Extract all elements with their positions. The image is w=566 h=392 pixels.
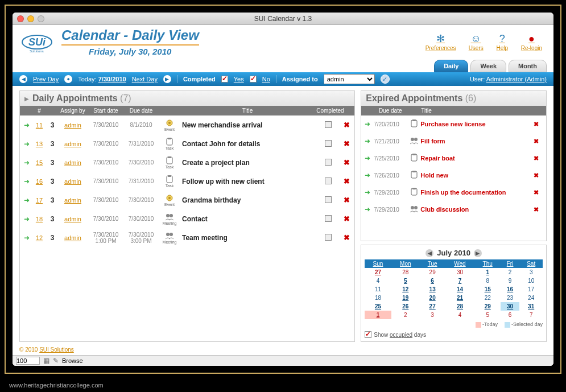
delete-button[interactable]: ✖	[534, 189, 543, 196]
row-id-link[interactable]: 18	[36, 216, 43, 222]
cal-day[interactable]: 14	[445, 285, 474, 294]
tab-week[interactable]: Week	[470, 60, 506, 72]
cal-day[interactable]: 7	[445, 277, 474, 285]
completed-no[interactable]: No	[262, 76, 270, 82]
window-minimize-button[interactable]	[27, 15, 34, 22]
cal-day[interactable]: 5	[475, 311, 501, 319]
assigned-select[interactable]: admin	[324, 74, 375, 84]
daily-row[interactable]: ➜133admin7/30/20107/31/2010TaskContact J…	[20, 134, 354, 153]
cal-prev-icon[interactable]: ◀	[425, 249, 433, 257]
delete-button[interactable]: ✖	[534, 138, 543, 145]
cal-day[interactable]: 24	[519, 294, 543, 302]
current-user-link[interactable]: Administrator (Admin)	[486, 76, 547, 82]
tab-month[interactable]: Month	[509, 60, 547, 72]
completed-checkbox[interactable]	[325, 140, 332, 147]
delete-button[interactable]: ✖	[534, 155, 543, 162]
cal-day[interactable]: 18	[365, 294, 391, 302]
completed-checkbox[interactable]	[325, 159, 332, 166]
daily-row[interactable]: ➜183admin7/30/20107/30/2010MeetingContac…	[20, 209, 354, 228]
completed-checkbox[interactable]	[325, 121, 332, 128]
expired-row[interactable]: ➜7/29/2010Finish up the documentation✖	[361, 184, 546, 201]
delete-button[interactable]: ✖	[534, 206, 543, 213]
cal-day[interactable]: 3	[420, 311, 445, 319]
completed-checkbox[interactable]	[325, 234, 332, 241]
row-id-link[interactable]: 12	[36, 234, 43, 241]
today-icon[interactable]: ●	[64, 75, 72, 83]
cal-day[interactable]: 2	[391, 311, 420, 319]
expired-row[interactable]: ➜7/26/2010Hold new✖	[361, 167, 546, 184]
row-assignee-link[interactable]: admin	[64, 197, 81, 204]
cal-day[interactable]: 1	[365, 311, 391, 319]
row-id-link[interactable]: 13	[36, 141, 43, 147]
cal-day[interactable]: 10	[519, 277, 543, 285]
cal-day[interactable]: 30	[501, 302, 519, 311]
row-id-link[interactable]: 11	[36, 122, 43, 129]
daily-row[interactable]: ➜153admin7/30/20107/30/2010TaskCreate a …	[20, 153, 354, 172]
completed-checkbox[interactable]	[325, 196, 332, 203]
cal-day[interactable]: 2	[501, 268, 519, 277]
delete-button[interactable]: ✖	[534, 172, 543, 179]
cal-day[interactable]: 29	[420, 268, 445, 277]
cal-day[interactable]: 16	[501, 285, 519, 294]
expired-row[interactable]: ➜7/25/2010Repair boat✖	[361, 150, 546, 167]
today-link[interactable]: 7/30/2010	[98, 76, 126, 82]
cal-day[interactable]: 26	[391, 302, 420, 311]
delete-button[interactable]: ✖	[342, 121, 352, 129]
cal-day[interactable]: 22	[475, 294, 501, 302]
row-id-link[interactable]: 15	[36, 159, 43, 166]
cal-day[interactable]: 23	[501, 294, 519, 302]
cal-day[interactable]: 7	[519, 311, 543, 319]
cal-day[interactable]: 21	[445, 294, 474, 302]
help-link[interactable]: ?Help	[496, 32, 509, 51]
expired-row[interactable]: ➜7/29/2010Club discussion✖	[361, 201, 546, 218]
row-assignee-link[interactable]: admin	[64, 178, 81, 185]
next-day-link[interactable]: Next Day	[132, 76, 158, 82]
expand-icon[interactable]: ▶	[24, 96, 29, 102]
row-id-link[interactable]: 16	[36, 178, 43, 185]
row-assignee-link[interactable]: admin	[64, 141, 81, 147]
completed-no-checkbox[interactable]	[250, 76, 257, 82]
cal-day[interactable]: 25	[365, 302, 391, 311]
delete-button[interactable]: ✖	[342, 214, 352, 223]
cal-day[interactable]: 28	[391, 268, 420, 277]
preferences-link[interactable]: ✻Preferences	[425, 32, 456, 51]
cal-day[interactable]: 28	[445, 302, 474, 311]
delete-button[interactable]: ✖	[342, 196, 352, 204]
users-link[interactable]: ☺Users	[469, 32, 484, 51]
daily-row[interactable]: ➜163admin7/30/20107/31/2010TaskFollow up…	[20, 172, 354, 191]
cal-day[interactable]: 15	[475, 285, 501, 294]
cal-day[interactable]: 3	[519, 268, 543, 277]
cal-day[interactable]: 30	[445, 268, 474, 277]
delete-button[interactable]: ✖	[534, 121, 543, 128]
cal-day[interactable]: 19	[391, 294, 420, 302]
expired-row[interactable]: ➜7/21/2010Fill form✖	[361, 133, 546, 150]
row-assignee-link[interactable]: admin	[64, 159, 81, 166]
cal-day[interactable]: 1	[475, 268, 501, 277]
completed-yes[interactable]: Yes	[234, 76, 244, 82]
tab-daily[interactable]: Daily	[434, 60, 468, 72]
prev-day-link[interactable]: Prev Day	[33, 76, 59, 82]
daily-row[interactable]: ➜173admin7/30/20107/30/2010EventGrandma …	[20, 191, 354, 209]
row-assignee-link[interactable]: admin	[64, 234, 81, 241]
prev-day-arrow-icon[interactable]: ◀	[19, 75, 27, 83]
cal-day[interactable]: 6	[420, 277, 445, 285]
relogin-link[interactable]: ●Re-login	[521, 32, 542, 51]
zoom-input[interactable]	[16, 357, 40, 365]
edit-icon[interactable]: ✎	[53, 357, 59, 365]
completed-checkbox[interactable]	[325, 215, 332, 222]
delete-button[interactable]: ✖	[342, 233, 352, 242]
cal-day[interactable]: 5	[391, 277, 420, 285]
completed-yes-checkbox[interactable]	[221, 76, 228, 82]
delete-button[interactable]: ✖	[342, 158, 352, 167]
row-assignee-link[interactable]: admin	[64, 216, 81, 222]
show-occupied-checkbox[interactable]	[365, 331, 371, 338]
cal-day[interactable]: 27	[365, 268, 391, 277]
window-zoom-button[interactable]	[38, 15, 44, 22]
cal-day[interactable]: 12	[391, 285, 420, 294]
daily-row[interactable]: ➜113admin7/30/20108/1/2010EventNew merch…	[20, 115, 354, 134]
row-id-link[interactable]: 17	[36, 197, 43, 204]
next-day-arrow-icon[interactable]: ▶	[163, 75, 171, 83]
expired-row[interactable]: ➜7/20/2010Purchase new license✖	[361, 115, 546, 133]
cal-day[interactable]: 17	[519, 285, 543, 294]
cal-next-icon[interactable]: ▶	[474, 249, 482, 257]
